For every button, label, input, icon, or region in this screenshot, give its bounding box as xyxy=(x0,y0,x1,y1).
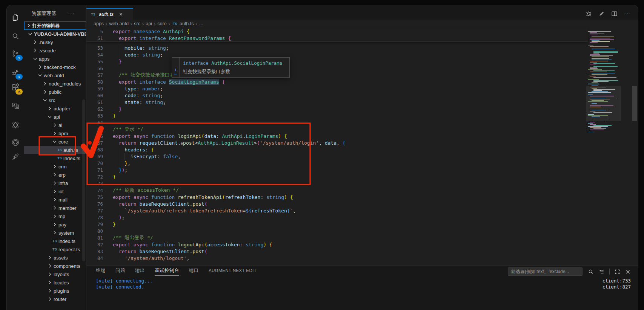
code-line-76[interactable]: 76 return baseRequestClient.post( xyxy=(86,200,588,207)
console-source-link[interactable]: client:733 xyxy=(603,278,631,284)
breadcrumb-apps[interactable]: apps xyxy=(94,21,104,26)
tree-item-layouts[interactable]: layouts xyxy=(24,270,86,278)
tree-item-node_modules[interactable]: node_modules xyxy=(24,79,86,88)
activity-explorer-icon[interactable] xyxy=(9,11,22,23)
breakpoint-icon[interactable] xyxy=(86,141,93,145)
code-line-84[interactable]: 84 '/system/auth/logout', xyxy=(86,255,588,261)
split-editor-icon[interactable] xyxy=(611,11,618,17)
breadcrumb-core[interactable]: core xyxy=(157,21,166,26)
code-line-78[interactable]: 78 ); xyxy=(86,214,588,221)
tree-item-crm[interactable]: crm xyxy=(24,162,86,171)
minimap-viewport[interactable] xyxy=(586,86,621,121)
tree-item-mall[interactable]: mall xyxy=(24,195,86,204)
code-line-72[interactable]: 72} xyxy=(86,173,588,180)
panel-tab---[interactable]: 端口 xyxy=(189,266,199,276)
tree-item-backend-mock[interactable]: backend-mock xyxy=(24,63,86,71)
activity-rocket-icon[interactable] xyxy=(9,151,22,163)
code-line-53[interactable]: 53 mobile: string; xyxy=(86,44,588,51)
activity-extensions-icon[interactable]: ⚠ xyxy=(9,81,22,93)
tree-item-pay[interactable]: pay xyxy=(24,220,86,229)
code-line-59[interactable]: 59 type: number; xyxy=(86,85,588,92)
code-line-81[interactable]: 81/** 退出登录 */ xyxy=(86,234,588,241)
code-line-64[interactable]: 64 xyxy=(86,119,588,126)
more-actions-icon[interactable]: ··· xyxy=(624,11,631,17)
code-line-82[interactable]: 82export async function logoutApi(access… xyxy=(86,241,588,248)
tree-item-iot[interactable]: iot xyxy=(24,187,86,195)
code-line-71[interactable]: 71 }); xyxy=(86,166,588,173)
tree-item-member[interactable]: member xyxy=(24,204,86,212)
code-line-74[interactable]: 74/** 刷新 accessToken */ xyxy=(86,187,588,194)
tree-item-api[interactable]: api xyxy=(24,113,86,121)
tree-item-request.ts[interactable]: TSrequest.ts xyxy=(24,245,86,253)
code-line-60[interactable]: 60 code: string; xyxy=(86,92,588,99)
tab-auth-ts[interactable]: TS auth.ts × xyxy=(86,8,133,20)
open-editors-section[interactable]: 打开的编辑器 xyxy=(24,21,86,30)
code-line-54[interactable]: 54 code: string; xyxy=(86,51,588,58)
breadcrumb-src[interactable]: src xyxy=(134,21,140,26)
code-line-83[interactable]: 83 return baseRequestClient.post( xyxy=(86,248,588,255)
tree-item-erp[interactable]: erp xyxy=(24,171,86,179)
panel-tab------[interactable]: 调试控制台 xyxy=(155,266,179,276)
code-line-51[interactable]: 51 export interface ResetPasswordParams … xyxy=(86,35,588,41)
code-line-67[interactable]: 67 return requestClient.●post<AuthApi.Lo… xyxy=(86,139,588,146)
code-line-62[interactable]: 62 } xyxy=(86,105,588,112)
tree-item-core[interactable]: core xyxy=(24,137,86,146)
code-line-69[interactable]: 69 isEncrypt: false, xyxy=(86,153,588,160)
activity-source-control-icon[interactable]: 1 xyxy=(9,47,22,60)
tree-item-web-antd[interactable]: web-antd xyxy=(24,71,86,79)
tree-item-components[interactable]: components xyxy=(24,262,86,270)
code-line-73[interactable]: 73 xyxy=(86,180,588,187)
tree-item-yudao-ui-admin-vben...[interactable]: YUDAO-UI-ADMIN-VBEN... xyxy=(24,30,86,38)
code-line-80[interactable]: 80 xyxy=(86,228,588,234)
code-line-77[interactable]: 77 `/system/auth/refresh-token?refreshTo… xyxy=(86,207,588,214)
openai-icon[interactable] xyxy=(586,11,592,17)
close-panel-icon[interactable] xyxy=(625,269,631,275)
breadcrumb-web-antd[interactable]: web-antd xyxy=(109,21,128,26)
activity-github-icon[interactable] xyxy=(9,136,22,148)
code-editor[interactable]: 53 mobile: string;54 code: string;55 }56… xyxy=(86,28,638,265)
console-filter-input[interactable] xyxy=(508,267,583,276)
panel-tab-augment-next-edit[interactable]: AUGMENT NEXT EDIT xyxy=(209,266,257,276)
code-line-55[interactable]: 55 } xyxy=(86,58,588,65)
close-tab-icon[interactable]: × xyxy=(119,12,123,16)
tree-item-bpm[interactable]: bpm xyxy=(24,129,86,137)
breadcrumb-auth.ts[interactable]: TSauth.ts xyxy=(172,21,194,26)
activity-openai-icon[interactable] xyxy=(9,119,22,131)
sidebar-scrollbar[interactable] xyxy=(82,99,85,261)
tree-item-locales[interactable]: locales xyxy=(24,278,86,287)
code-line-56[interactable]: 56 xyxy=(86,65,588,72)
activity-run-debug-icon[interactable]: 1 xyxy=(9,66,22,78)
tree-item-.vscode[interactable]: .vscode xyxy=(24,46,86,55)
breadcrumb-...[interactable]: ... xyxy=(199,21,203,26)
editor-scrollbar[interactable] xyxy=(632,86,637,121)
panel-tab---[interactable]: 终端 xyxy=(96,266,106,276)
code-line-63[interactable]: 63} xyxy=(86,112,588,119)
clear-console-icon[interactable] xyxy=(599,269,604,275)
code-line-65[interactable]: 65/** 登录 */ xyxy=(86,126,588,133)
code-line-75[interactable]: 75export async function refreshTokenApi(… xyxy=(86,194,588,200)
breadcrumb-api[interactable]: api xyxy=(146,21,152,26)
search-icon[interactable] xyxy=(588,269,594,275)
tree-item-plugins[interactable]: plugins xyxy=(24,287,86,295)
tree-item-ai[interactable]: ai xyxy=(24,121,86,129)
tree-item-infra[interactable]: infra xyxy=(24,179,86,187)
code-line-61[interactable]: 61 state: string; xyxy=(86,99,588,105)
tree-item-.husky[interactable]: .husky xyxy=(24,38,86,46)
activity-search-icon[interactable] xyxy=(9,30,22,42)
tree-item-public[interactable]: public xyxy=(24,88,86,96)
tree-item-apps[interactable]: apps xyxy=(24,55,86,63)
tree-item-index.ts[interactable]: TSindex.ts xyxy=(24,154,86,162)
tree-item-index.ts[interactable]: TSindex.ts xyxy=(24,237,86,245)
code-line-58[interactable]: 58 export interface SocialLoginParams { xyxy=(86,78,588,85)
tree-item-router[interactable]: router xyxy=(24,295,86,303)
pencil-icon[interactable] xyxy=(598,11,605,17)
tree-item-adapter[interactable]: adapter xyxy=(24,104,86,113)
code-line-68[interactable]: 68 headers: { xyxy=(86,146,588,153)
tree-item-assets[interactable]: assets xyxy=(24,253,86,262)
hover-zoom-out-button[interactable]: − xyxy=(174,72,177,76)
tree-item-auth.ts[interactable]: TSauth.ts xyxy=(24,146,86,154)
code-line-5[interactable]: 5export namespace AuthApi { xyxy=(86,28,588,35)
maximize-panel-icon[interactable] xyxy=(615,269,620,275)
panel-tab---[interactable]: 输出 xyxy=(135,266,145,276)
tree-item-src[interactable]: src xyxy=(24,96,86,104)
